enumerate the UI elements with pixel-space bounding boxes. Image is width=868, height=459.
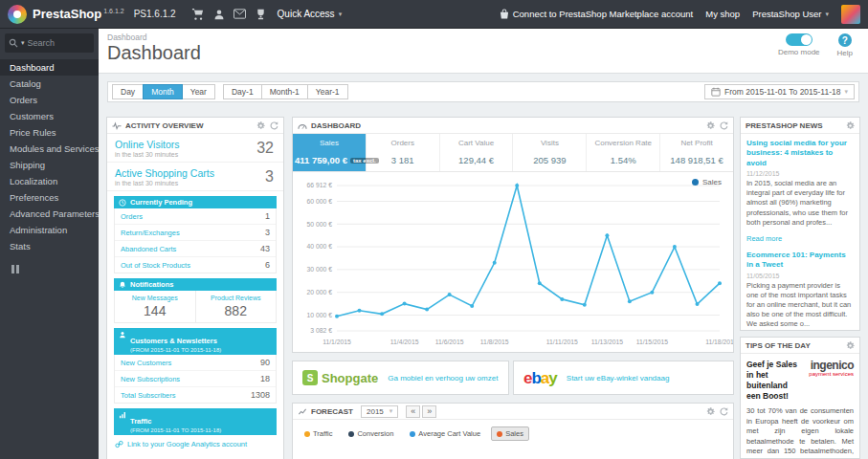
- chevron-down-icon: ▾: [389, 407, 393, 415]
- gear-icon[interactable]: [846, 341, 855, 350]
- tips-body-text: 30 tot 70% van de consumenten in Europa …: [746, 406, 854, 459]
- kpi-sales[interactable]: Sales 411 759,00 €tax excl.: [293, 134, 367, 171]
- demo-mode-toggle[interactable]: [786, 33, 812, 46]
- gear-icon[interactable]: [256, 121, 265, 130]
- demo-mode-label: Demo mode: [778, 48, 820, 56]
- svg-text:11/1/2015: 11/1/2015: [323, 339, 351, 345]
- svg-text:66 912 €: 66 912 €: [307, 182, 333, 188]
- marketplace-link[interactable]: Connect to PrestaShop Marketplace accoun…: [500, 9, 694, 19]
- forecast-legend-average-cart-value[interactable]: Average Cart Value: [404, 426, 486, 441]
- cart-notifications-icon[interactable]: [188, 5, 209, 24]
- main-content: Dashboard Dashboard Demo mode ? Help Day…: [99, 29, 868, 459]
- refresh-icon[interactable]: [720, 407, 728, 416]
- sidebar-item-catalog[interactable]: Catalog: [0, 76, 99, 92]
- gear-icon[interactable]: [706, 407, 715, 416]
- online-visitors-value: 32: [256, 140, 274, 157]
- kpi-net-profit[interactable]: Net Profit 148 918,51 €: [660, 134, 733, 171]
- read-more-link[interactable]: Read more: [746, 234, 782, 243]
- svg-text:20 000 €: 20 000 €: [307, 289, 333, 295]
- forecast-prev-button[interactable]: «: [406, 405, 420, 418]
- search-scope-caret-icon[interactable]: ▾: [21, 39, 25, 47]
- news-article: Ecommerce 101: Payments in a Tweet 11/05…: [746, 251, 854, 331]
- user-menu[interactable]: PrestaShop User ▾: [752, 9, 829, 19]
- messages-notifications-icon[interactable]: [230, 5, 251, 24]
- forecast-legend-traffic[interactable]: Traffic: [299, 426, 338, 441]
- new-subscriptions-row[interactable]: New Subscriptions18: [115, 371, 276, 387]
- sidebar-item-dashboard[interactable]: Dashboard: [0, 59, 99, 76]
- demo-mode-control: Demo mode: [778, 33, 820, 57]
- kpi-orders[interactable]: Orders 3 181: [367, 134, 440, 171]
- sales-dot-icon: [497, 431, 502, 437]
- sidebar-search[interactable]: ▾: [5, 33, 94, 53]
- panel-title: DASHBOARD: [311, 121, 361, 130]
- ebay-cta-link[interactable]: Start uw eBay-winkel vandaag: [567, 374, 670, 382]
- date-range-picker[interactable]: From 2015-11-01 To 2015-11-18 ▾: [704, 84, 855, 99]
- avatar[interactable]: [841, 5, 860, 24]
- sidebar-item-orders[interactable]: Orders: [0, 92, 99, 108]
- help-icon[interactable]: ?: [838, 33, 852, 47]
- traffic-header: Traffic (FROM 2015-11-01 TO 2015-11-18): [114, 408, 277, 435]
- shopgate-cta-link[interactable]: Ga mobiel en verhoog uw omzet: [388, 374, 498, 382]
- sidebar-item-localization[interactable]: Localization: [0, 173, 99, 189]
- line-chart-icon: [298, 407, 307, 416]
- pending-abandoned-carts-row[interactable]: Abandoned Carts43: [115, 241, 276, 257]
- filter-day-1-button[interactable]: Day-1: [223, 84, 262, 99]
- sidebar-item-modules[interactable]: Modules and Services: [0, 141, 99, 157]
- prestashop-logo[interactable]: [8, 5, 27, 24]
- pending-orders-row[interactable]: Orders1: [115, 208, 276, 225]
- sidebar-item-shipping[interactable]: Shipping: [0, 157, 99, 173]
- refresh-icon[interactable]: [270, 121, 278, 130]
- refresh-icon[interactable]: [720, 121, 728, 130]
- sidebar-collapse-button[interactable]: [11, 265, 99, 273]
- product-reviews-cell[interactable]: Product Reviews 882: [195, 291, 277, 322]
- gear-icon[interactable]: [846, 121, 855, 130]
- customers-notifications-icon[interactable]: [209, 5, 230, 24]
- forecast-legend-conversion[interactable]: Conversion: [343, 426, 399, 441]
- breadcrumb[interactable]: Dashboard: [107, 33, 868, 42]
- sales-line-chart[interactable]: 66 912 €60 000 €50 000 €40 000 €30 000 €…: [293, 172, 733, 350]
- page-header: Dashboard Dashboard Demo mode ? Help: [99, 29, 868, 74]
- shopgate-ad-panel: S Shopgate Ga mobiel en verhoog uw omzet: [292, 361, 509, 395]
- my-shop-link[interactable]: My shop: [705, 9, 740, 19]
- sidebar-item-stats[interactable]: Stats: [0, 238, 99, 254]
- svg-text:10 000 €: 10 000 €: [307, 312, 333, 318]
- sidebar-item-price-rules[interactable]: Price Rules: [0, 124, 99, 141]
- shop-version-label: PS1.6.1.2: [134, 9, 176, 19]
- chart-legend[interactable]: Sales: [692, 178, 722, 186]
- kpi-cart-value[interactable]: Cart Value 129,44 €: [440, 134, 514, 171]
- gauge-icon: [298, 121, 307, 130]
- pending-out-of-stock-row[interactable]: Out of Stock Products6: [115, 257, 276, 273]
- forecast-legend-sales[interactable]: Sales: [491, 426, 529, 441]
- gear-icon[interactable]: [706, 121, 715, 130]
- pending-returns-row[interactable]: Return/Exchanges3: [115, 225, 276, 241]
- sidebar-item-advanced-parameters[interactable]: Advanced Parameters: [0, 206, 99, 222]
- new-messages-cell[interactable]: New Messages 144: [115, 291, 195, 322]
- filter-year-1-button[interactable]: Year-1: [307, 84, 348, 99]
- chevron-down-icon: ▾: [825, 11, 829, 18]
- filter-day-button[interactable]: Day: [112, 84, 144, 99]
- search-input[interactable]: [28, 38, 90, 48]
- filter-month-button[interactable]: Month: [143, 84, 183, 99]
- search-icon: [9, 38, 18, 48]
- kpi-visits[interactable]: Visits 205 939: [513, 134, 587, 171]
- forecast-next-button[interactable]: »: [422, 405, 436, 418]
- average-cart-value-dot-icon: [410, 431, 415, 437]
- filter-year-button[interactable]: Year: [182, 84, 215, 99]
- new-customers-row[interactable]: New Customers90: [115, 355, 276, 371]
- news-article: Using social media for your business: 4 …: [746, 139, 854, 245]
- active-carts-metric[interactable]: Active Shopping Carts in the last 30 min…: [107, 163, 283, 191]
- forecast-year-select[interactable]: 2015 ▾: [361, 405, 398, 418]
- kpi-conversion-rate[interactable]: Conversion Rate 1.54%: [587, 134, 660, 171]
- sidebar-item-administration[interactable]: Administration: [0, 222, 99, 238]
- online-visitors-metric[interactable]: Online Visitors in the last 30 minutes 3…: [107, 134, 283, 163]
- sidebar-item-customers[interactable]: Customers: [0, 108, 99, 124]
- customers-newsletters-header: Customers & Newsletters (FROM 2015-11-01…: [114, 328, 277, 355]
- link-icon: [115, 440, 123, 448]
- merchant-expertise-icon[interactable]: [251, 5, 272, 24]
- filter-month-1-button[interactable]: Month-1: [261, 84, 308, 99]
- quick-access-menu[interactable]: Quick Access ▾: [278, 9, 343, 19]
- sidebar-item-preferences[interactable]: Preferences: [0, 189, 99, 206]
- google-analytics-link[interactable]: Link to your Google Analytics account: [115, 440, 276, 448]
- total-subscribers-row[interactable]: Total Subscribers1308: [115, 387, 276, 403]
- bar-chart-icon: [119, 411, 126, 419]
